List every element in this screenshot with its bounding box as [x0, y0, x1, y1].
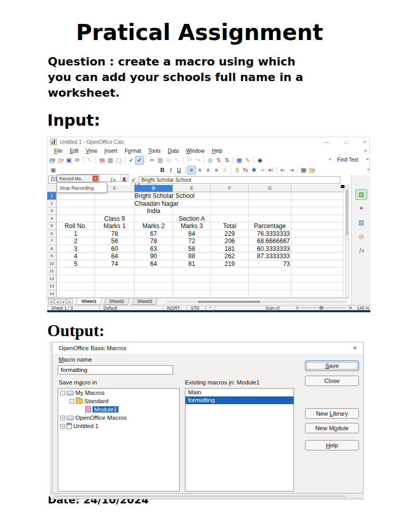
- split-handle[interactable]: [341, 185, 344, 188]
- column-header[interactable]: [291, 185, 343, 192]
- row-header-6[interactable]: 6: [47, 230, 57, 238]
- export-pdf-icon[interactable]: ▤: [98, 156, 106, 164]
- cell[interactable]: 2: [57, 237, 95, 245]
- underline-icon[interactable]: U: [175, 166, 183, 174]
- sheet-nav-prev-icon[interactable]: ◂: [55, 299, 60, 304]
- sort-ascending-icon[interactable]: ⇅: [215, 156, 222, 164]
- align-justify-icon[interactable]: ≡: [212, 166, 220, 174]
- new-document-icon[interactable]: ▤▾: [48, 156, 56, 164]
- scrollbar-thumb[interactable]: [198, 301, 260, 303]
- cell[interactable]: Section A: [173, 215, 211, 223]
- cell[interactable]: 90: [135, 252, 173, 260]
- cell[interactable]: [291, 245, 343, 253]
- cell[interactable]: [291, 215, 343, 223]
- formula-input[interactable]: Bright Scholar School: [139, 176, 340, 184]
- cell[interactable]: [291, 230, 343, 238]
- cell[interactable]: [249, 192, 291, 200]
- page-preview-icon[interactable]: ▢: [115, 156, 123, 164]
- cell[interactable]: [249, 275, 291, 283]
- row-header-10[interactable]: 10: [47, 260, 57, 268]
- row-header-13[interactable]: 13: [47, 283, 57, 290]
- cell[interactable]: 68.6666667: [249, 237, 291, 245]
- cell[interactable]: [135, 268, 173, 275]
- cell[interactable]: [95, 207, 135, 215]
- cell[interactable]: [211, 290, 249, 298]
- navigator-icon[interactable]: ◎: [206, 156, 214, 164]
- cell[interactable]: 60: [95, 245, 135, 253]
- cell[interactable]: [211, 215, 249, 223]
- cell[interactable]: 64: [135, 260, 173, 268]
- cell[interactable]: Bright Scholar School: [135, 192, 173, 200]
- close-icon[interactable]: ×: [361, 138, 368, 145]
- save-icon[interactable]: ▣: [65, 156, 73, 164]
- cell[interactable]: [291, 260, 343, 268]
- cell[interactable]: [95, 283, 135, 290]
- bold-icon[interactable]: B: [158, 166, 166, 174]
- row-header-11[interactable]: 11: [47, 268, 57, 275]
- tree-item-my-macros[interactable]: -My Macros: [58, 389, 179, 397]
- row-header-3[interactable]: 3: [47, 207, 57, 215]
- cell[interactable]: 67: [135, 230, 173, 238]
- cell[interactable]: 60.3333333: [249, 245, 291, 253]
- cell[interactable]: [249, 200, 291, 208]
- cell[interactable]: [211, 192, 249, 200]
- cell[interactable]: 78: [135, 237, 173, 245]
- dialog-titlebar[interactable]: OpenOffice Basic Macros ×: [52, 342, 363, 354]
- cell[interactable]: [291, 207, 343, 215]
- help-button[interactable]: Help: [305, 440, 359, 450]
- cell[interactable]: [135, 215, 173, 223]
- cell[interactable]: [57, 215, 95, 223]
- column-header-g[interactable]: G: [249, 185, 291, 192]
- record-macro-titlebar[interactable]: Record Ma... ×: [57, 175, 99, 182]
- cell[interactable]: 3: [57, 245, 95, 253]
- cell[interactable]: [95, 275, 135, 283]
- row-header-8[interactable]: 8: [47, 245, 57, 253]
- align-center-icon[interactable]: ≡: [196, 166, 204, 174]
- reject-icon[interactable]: ✖: [120, 176, 128, 184]
- currency-icon[interactable]: $: [233, 166, 241, 174]
- close-button[interactable]: Close: [305, 376, 359, 386]
- cell[interactable]: [249, 215, 291, 223]
- background-color-icon[interactable]: ▨▾: [308, 166, 316, 174]
- cell[interactable]: [291, 192, 343, 200]
- cell[interactable]: [57, 268, 95, 275]
- cell[interactable]: 87.3333333: [249, 252, 291, 260]
- grid-corner[interactable]: [47, 185, 57, 192]
- cell[interactable]: Parcentage: [249, 222, 291, 230]
- cell[interactable]: [135, 275, 173, 283]
- edit-file-icon[interactable]: ✎: [86, 156, 94, 164]
- cell[interactable]: 206: [211, 237, 249, 245]
- align-left-icon[interactable]: ≡: [188, 166, 195, 174]
- new-module-button[interactable]: New Module: [305, 423, 359, 433]
- cell[interactable]: [95, 192, 135, 200]
- cell[interactable]: [291, 268, 343, 275]
- align-right-icon[interactable]: ≡: [204, 166, 212, 174]
- cell[interactable]: Chaadan Nagar: [135, 200, 173, 208]
- copy-icon[interactable]: ▥: [156, 156, 164, 164]
- cell[interactable]: [57, 275, 95, 283]
- cell[interactable]: [57, 192, 95, 200]
- expand-icon[interactable]: +: [60, 416, 65, 420]
- cut-icon[interactable]: ✂: [148, 156, 156, 164]
- increase-indent-icon[interactable]: ⇥: [287, 166, 295, 174]
- cell[interactable]: India: [135, 207, 173, 215]
- cell[interactable]: [291, 283, 343, 290]
- insert-chart-icon[interactable]: ▦: [235, 156, 243, 164]
- cell[interactable]: [291, 275, 343, 283]
- column-header-d[interactable]: D: [135, 185, 173, 192]
- tree-item-module1[interactable]: Module1: [58, 405, 179, 414]
- row-header-2[interactable]: 2: [47, 200, 57, 208]
- cell[interactable]: Class 9: [95, 215, 135, 223]
- cell[interactable]: 84: [173, 230, 211, 238]
- redo-icon[interactable]: ↷▾: [194, 156, 202, 164]
- macro-list-item-formatting[interactable]: formatting: [185, 396, 294, 404]
- stop-recording-button[interactable]: Stop Recording: [57, 182, 107, 193]
- cell[interactable]: [211, 283, 249, 290]
- properties-icon[interactable]: ▧: [356, 190, 367, 200]
- menu-window[interactable]: Window: [182, 148, 208, 154]
- standard-format-icon[interactable]: ✱: [250, 166, 258, 174]
- cell[interactable]: 78: [95, 230, 135, 238]
- cell[interactable]: [249, 207, 291, 215]
- cell[interactable]: [211, 268, 249, 275]
- new-library-button[interactable]: New Library: [305, 408, 359, 419]
